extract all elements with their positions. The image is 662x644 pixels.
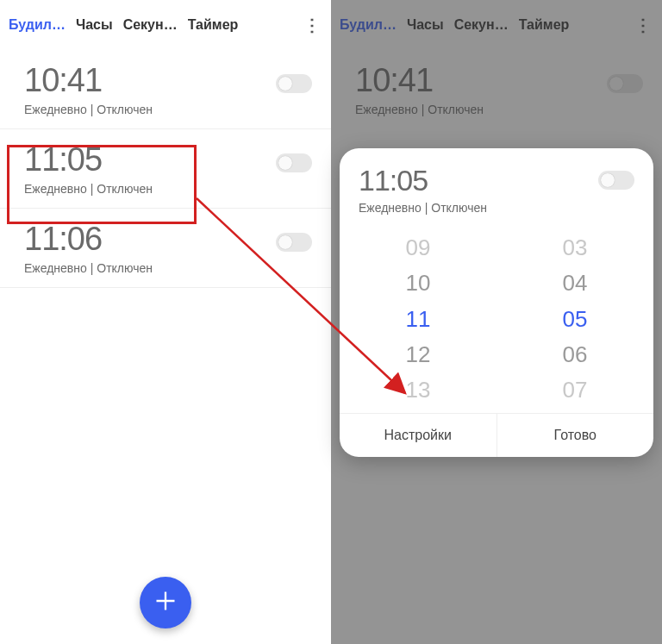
screen-alarm-edit: Будил… Часы Секун… Таймер ⋮ 10:41 Ежедне… (331, 0, 662, 644)
wheel-value-selected: 11 (340, 302, 496, 337)
alarm-sub: Ежедневно | Отключен (24, 182, 307, 196)
alarm-time: 11:05 (24, 141, 307, 178)
wheel-value: 12 (340, 337, 496, 372)
sheet-header: 11:05 Ежедневно | Отключен (340, 148, 653, 225)
alarm-sub: Ежедневно | Отключен (24, 103, 307, 116)
alarm-toggle[interactable] (276, 233, 312, 252)
alarm-sub: Ежедневно | Отключен (24, 261, 307, 275)
settings-button[interactable]: Настройки (340, 414, 496, 457)
wheel-value: 07 (496, 372, 653, 408)
alarm-time: 10:41 (24, 62, 307, 99)
tab-bar: Будил… Часы Секун… Таймер ⋮ (0, 0, 331, 50)
alarm-row[interactable]: 11:06 Ежедневно | Отключен (0, 209, 331, 288)
alarm-toggle[interactable] (276, 74, 312, 93)
more-menu-icon[interactable]: ⋮ (302, 15, 322, 35)
sheet-sub: Ежедневно | Отключен (359, 201, 634, 215)
alarm-time: 11:06 (24, 221, 307, 258)
wheel-value: 06 (496, 337, 653, 372)
wheel-value: 09 (340, 230, 496, 266)
tab-stopwatch[interactable]: Секун… (123, 17, 178, 33)
plus-icon (153, 589, 178, 616)
tab-timer[interactable]: Таймер (188, 17, 239, 33)
sheet-time: 11:05 (359, 164, 634, 197)
alarm-row[interactable]: 11:05 Ежедневно | Отключен (0, 129, 331, 209)
wheel-value: 04 (496, 266, 653, 301)
alarm-toggle[interactable] (276, 153, 312, 172)
screen-alarm-list: Будил… Часы Секун… Таймер ⋮ 10:41 Ежедне… (0, 0, 331, 644)
hour-wheel[interactable]: 09 10 11 12 13 (340, 230, 496, 408)
time-wheels: 09 10 11 12 13 03 04 05 06 07 (340, 225, 653, 413)
done-button[interactable]: Готово (496, 414, 654, 457)
minute-wheel[interactable]: 03 04 05 06 07 (496, 230, 653, 408)
wheel-value: 13 (340, 372, 496, 408)
wheel-value-selected: 05 (496, 302, 653, 337)
alarm-row[interactable]: 10:41 Ежедневно | Отключен (0, 50, 331, 129)
sheet-toggle[interactable] (598, 171, 634, 190)
add-alarm-button[interactable] (140, 577, 191, 628)
wheel-value: 10 (340, 266, 496, 301)
tab-alarm[interactable]: Будил… (9, 17, 66, 33)
wheel-value: 03 (496, 230, 653, 266)
sheet-actions: Настройки Готово (340, 413, 653, 457)
tab-clock[interactable]: Часы (76, 17, 113, 33)
time-picker-sheet: 11:05 Ежедневно | Отключен 09 10 11 12 1… (340, 148, 653, 457)
